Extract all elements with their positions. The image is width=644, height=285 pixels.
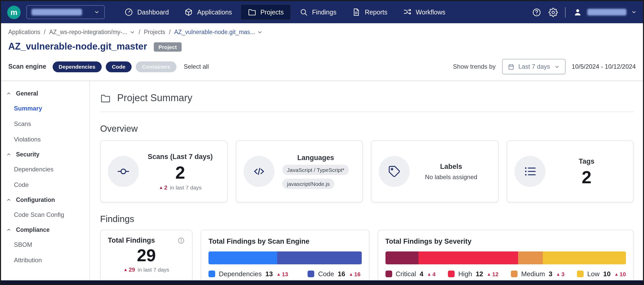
select-all-link[interactable]: Select all [184, 63, 209, 70]
org-selector-dropdown[interactable] [26, 5, 105, 19]
trend-up-icon: 29 [123, 266, 135, 273]
code-brackets-icon [252, 165, 265, 178]
chevron-up-icon [6, 91, 11, 96]
help-button[interactable] [532, 7, 541, 17]
content-area: General Summary Scans Violations Securit… [1, 81, 643, 284]
trends-controls: Show trends by Last 7 days 10/5/2024 - 1… [453, 59, 636, 74]
bar-segment-code [277, 251, 361, 264]
sidebar-item-scans[interactable]: Scans [1, 116, 89, 132]
legend-value: 12 [476, 270, 483, 278]
breadcrumb-applications[interactable]: Applications [8, 29, 40, 35]
nav-item-workflows[interactable]: Workflows [396, 4, 453, 20]
findings-icon [299, 8, 308, 17]
card-title: Scans (Last 7 days) [148, 153, 213, 160]
total-findings-card: Total Findings 29 29 in last 7 days [100, 230, 192, 282]
breadcrumb-separator: / [139, 29, 140, 35]
nav-item-applications[interactable]: Applications [177, 4, 239, 20]
trends-period-dropdown[interactable]: Last 7 days [502, 59, 566, 74]
sidebar-item-dependencies[interactable]: Dependencies [1, 162, 89, 177]
project-badge: Project [154, 42, 181, 51]
trend-up-icon: 2 [159, 184, 167, 190]
sidebar-item-violations[interactable]: Violations [1, 132, 89, 147]
list-icon [523, 165, 536, 178]
nav-label: Dashboard [137, 9, 169, 16]
sidebar-item-sbom[interactable]: SBOM [1, 237, 89, 252]
bar-segment-medium [518, 251, 543, 264]
language-chips: JavaScript / TypeScript* javascript/Node… [282, 165, 349, 189]
legend-swatch [385, 271, 392, 277]
tags-count: 2 [582, 168, 592, 186]
overview-cards: Scans (Last 7 days) 2 2 in last 7 days [100, 140, 634, 202]
trend-up-icon: 4 [427, 271, 436, 277]
legend-swatch [208, 271, 215, 277]
user-menu[interactable] [573, 7, 637, 17]
mend-logo[interactable]: m [7, 5, 21, 19]
legend-value: 4 [420, 270, 423, 278]
labels-card: Labels No labels assigned [371, 140, 498, 202]
breadcrumb-separator: / [44, 29, 45, 35]
date-range-text: 10/5/2024 - 10/12/2024 [572, 63, 636, 70]
nav-label: Reports [365, 9, 388, 16]
scan-icon-circle [108, 156, 139, 187]
legend-label: High [458, 270, 472, 278]
tag-icon [388, 165, 401, 178]
scans-count: 2 [175, 163, 185, 181]
pill-dependencies[interactable]: Dependencies [52, 61, 101, 72]
legend-dependencies: Dependencies 13 13 [208, 270, 288, 278]
nav-item-reports[interactable]: Reports [345, 4, 395, 20]
project-summary-title: Project Summary [117, 92, 192, 104]
legend-critical: Critical 4 4 [385, 270, 436, 278]
breadcrumb-project-name[interactable]: AZ_vulnerable-node.git_mas... [174, 29, 263, 35]
breadcrumb-projects[interactable]: Projects [144, 29, 165, 35]
info-icon[interactable] [178, 237, 185, 244]
scan-icon [117, 165, 130, 178]
legend-label: Low [587, 270, 600, 278]
primary-nav: Dashboard Applications Projects Findings… [117, 4, 453, 20]
card-title: Total Findings by Scan Engine [208, 237, 309, 245]
bar-segment-dependencies [208, 251, 277, 264]
sidebar-section-configuration[interactable]: Configuration [1, 193, 89, 207]
languages-icon-circle [243, 156, 274, 187]
legend-swatch [448, 271, 455, 277]
sidebar-item-summary[interactable]: Summary [1, 101, 89, 116]
bar-segment-critical [385, 251, 418, 264]
sidebar-item-attribution[interactable]: Attribution [1, 252, 89, 268]
trend-suffix: in last 7 days [138, 266, 170, 273]
section-divider [100, 112, 634, 112]
scans-trend: 2 in last 7 days [159, 184, 202, 190]
nav-divider [565, 7, 566, 17]
trend-up-icon: 12 [487, 271, 498, 277]
projects-icon [247, 8, 256, 17]
legend-code: Code 16 16 [308, 270, 360, 278]
chevron-up-icon [6, 152, 11, 157]
engine-stacked-bar [208, 251, 361, 264]
sidebar-section-compliance[interactable]: Compliance [1, 223, 89, 237]
sidebar-section-security[interactable]: Security [1, 147, 89, 162]
breadcrumb: Applications / AZ_ws-repo-integration/my… [1, 23, 643, 40]
sidebar-item-code-scan-config[interactable]: Code Scan Config [1, 207, 89, 223]
settings-button[interactable] [549, 7, 558, 17]
section-label: Configuration [16, 197, 55, 203]
severity-stacked-bar [385, 251, 626, 264]
sidebar-section-general[interactable]: General [1, 86, 89, 101]
dashboard-icon [124, 8, 133, 17]
legend-swatch [308, 271, 315, 277]
chevron-down-icon [554, 64, 560, 69]
breadcrumb-application-name[interactable]: AZ_ws-repo-integration/my-... [49, 29, 135, 35]
nav-item-projects[interactable]: Projects [240, 4, 291, 20]
trend-up-icon: 13 [277, 271, 288, 277]
legend-swatch [511, 271, 518, 277]
card-title: Tags [579, 157, 594, 165]
legend-value: 10 [603, 270, 611, 278]
sidebar-item-code[interactable]: Code [1, 177, 89, 193]
trends-period-value: Last 7 days [518, 63, 550, 70]
pill-code[interactable]: Code [106, 61, 132, 72]
nav-item-dashboard[interactable]: Dashboard [117, 4, 176, 20]
title-row: AZ_vulnerable-node.git_master Project [1, 40, 643, 57]
breadcrumb-label: AZ_vulnerable-node.git_mas... [174, 29, 255, 35]
nav-item-findings[interactable]: Findings [292, 4, 344, 20]
nav-label: Projects [260, 9, 284, 16]
redacted-user-name [587, 9, 626, 15]
total-findings-trend: 29 in last 7 days [108, 266, 185, 273]
severity-legend: Critical 4 4 High 12 12 Medium [385, 270, 626, 278]
